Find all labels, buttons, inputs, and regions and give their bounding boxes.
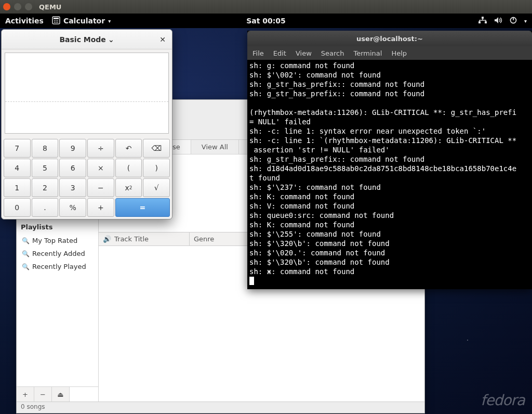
svg-rect-8 bbox=[482, 17, 484, 19]
sidebar-item-recently-added[interactable]: 🔍Recently Added bbox=[17, 247, 98, 260]
menu-search[interactable]: Search bbox=[321, 49, 344, 57]
key-2[interactable]: 2 bbox=[32, 178, 59, 197]
sidebar-item-recently-played[interactable]: 🔍Recently Played bbox=[17, 260, 98, 273]
key-1[interactable]: 1 bbox=[4, 178, 31, 197]
clock[interactable]: Sat 00:05 bbox=[246, 17, 286, 25]
app-menu-label: Calculator bbox=[63, 17, 105, 25]
sidebar-actions: + − ⏏ bbox=[17, 386, 98, 402]
calculator-icon bbox=[52, 16, 60, 26]
svg-point-4 bbox=[57, 20, 58, 21]
calculator-display[interactable] bbox=[5, 53, 169, 134]
fedora-watermark: fedora bbox=[481, 392, 525, 409]
terminal-output[interactable]: sh: g: command not found sh: $'\002': co… bbox=[247, 60, 532, 289]
close-icon[interactable] bbox=[3, 3, 10, 10]
menu-view[interactable]: View bbox=[296, 49, 312, 57]
menu-edit[interactable]: Edit bbox=[273, 49, 286, 57]
display-input bbox=[5, 102, 168, 133]
menu-help[interactable]: Help bbox=[391, 49, 407, 57]
svg-rect-10 bbox=[485, 21, 487, 23]
network-icon[interactable] bbox=[478, 17, 487, 25]
app-menu[interactable]: Calculator ▾ bbox=[52, 16, 111, 26]
key-equals[interactable]: = bbox=[115, 198, 170, 217]
chevron-down-icon[interactable]: ▾ bbox=[524, 18, 527, 24]
key-3[interactable]: 3 bbox=[59, 178, 86, 197]
calculator-titlebar: Basic Mode ⌄ ✕ bbox=[2, 30, 172, 49]
minimize-icon[interactable] bbox=[14, 3, 21, 10]
add-playlist-button[interactable]: + bbox=[17, 387, 34, 402]
key-dot[interactable]: . bbox=[32, 198, 59, 217]
calculator-window: Basic Mode ⌄ ✕ 7 8 9 ÷ ↶ ⌫ 4 5 6 × ( ) 1… bbox=[1, 29, 172, 219]
key-undo[interactable]: ↶ bbox=[115, 139, 142, 158]
menu-file[interactable]: File bbox=[252, 49, 264, 57]
key-multiply[interactable]: × bbox=[87, 159, 114, 177]
volume-small-icon: 🔊 bbox=[103, 235, 111, 243]
svg-rect-9 bbox=[478, 21, 481, 23]
key-subtract[interactable]: − bbox=[87, 178, 114, 197]
chevron-down-icon: ▾ bbox=[108, 18, 111, 24]
key-square[interactable]: x2 bbox=[115, 178, 142, 197]
svg-point-5 bbox=[54, 22, 55, 23]
sidebar-category-playlists: Playlists bbox=[17, 220, 98, 234]
sidebar-item-top-rated[interactable]: 🔍My Top Rated bbox=[17, 234, 98, 247]
mode-selector[interactable]: Basic Mode ⌄ bbox=[59, 35, 114, 44]
menu-terminal[interactable]: Terminal bbox=[353, 49, 382, 57]
key-7[interactable]: 7 bbox=[4, 139, 31, 158]
key-divide[interactable]: ÷ bbox=[87, 139, 114, 158]
key-6[interactable]: 6 bbox=[59, 159, 86, 177]
desktop: fedora Not Playing (Paused) se View All … bbox=[0, 28, 532, 414]
terminal-title: user@localhost:~ bbox=[247, 31, 532, 46]
terminal-window: user@localhost:~ File Edit View Search T… bbox=[247, 31, 532, 289]
display-history bbox=[5, 53, 168, 102]
key-8[interactable]: 8 bbox=[32, 139, 59, 158]
activities-button[interactable]: Activities bbox=[5, 17, 44, 25]
gnome-top-bar: Activities Calculator ▾ Sat 00:05 ▾ bbox=[0, 14, 532, 28]
key-backspace[interactable]: ⌫ bbox=[143, 139, 170, 158]
power-icon[interactable] bbox=[510, 17, 517, 25]
svg-point-2 bbox=[54, 20, 55, 21]
rhythmbox-statusbar: 0 songs bbox=[17, 402, 424, 413]
svg-point-7 bbox=[57, 22, 58, 23]
search-icon: 🔍 bbox=[22, 237, 29, 244]
column-track[interactable]: 🔊Track Title bbox=[99, 232, 190, 245]
key-5[interactable]: 5 bbox=[32, 159, 59, 177]
calculator-keypad: 7 8 9 ÷ ↶ ⌫ 4 5 6 × ( ) 1 2 3 − x2 √ 0 .… bbox=[2, 137, 172, 219]
close-button[interactable]: ✕ bbox=[159, 35, 166, 44]
key-percent[interactable]: % bbox=[59, 198, 86, 217]
key-add[interactable]: + bbox=[87, 198, 114, 217]
key-0[interactable]: 0 bbox=[4, 198, 31, 217]
terminal-menubar: File Edit View Search Terminal Help bbox=[247, 46, 532, 60]
key-rparen[interactable]: ) bbox=[143, 159, 170, 177]
maximize-icon[interactable] bbox=[25, 3, 32, 10]
qemu-titlebar: QEMU bbox=[0, 0, 532, 14]
qemu-title: QEMU bbox=[39, 3, 61, 11]
svg-point-6 bbox=[56, 22, 57, 23]
search-icon: 🔍 bbox=[22, 250, 29, 257]
svg-point-3 bbox=[56, 20, 57, 21]
key-sqrt[interactable]: √ bbox=[143, 178, 170, 197]
tab-view-all[interactable]: View All bbox=[191, 140, 239, 154]
volume-icon[interactable] bbox=[494, 17, 502, 25]
key-lparen[interactable]: ( bbox=[115, 159, 142, 177]
search-icon: 🔍 bbox=[22, 263, 29, 270]
chevron-down-icon: ⌄ bbox=[108, 35, 114, 44]
key-4[interactable]: 4 bbox=[4, 159, 31, 177]
eject-button[interactable]: ⏏ bbox=[52, 387, 70, 402]
remove-playlist-button[interactable]: − bbox=[34, 387, 52, 402]
svg-rect-1 bbox=[54, 18, 59, 19]
key-9[interactable]: 9 bbox=[59, 139, 86, 158]
